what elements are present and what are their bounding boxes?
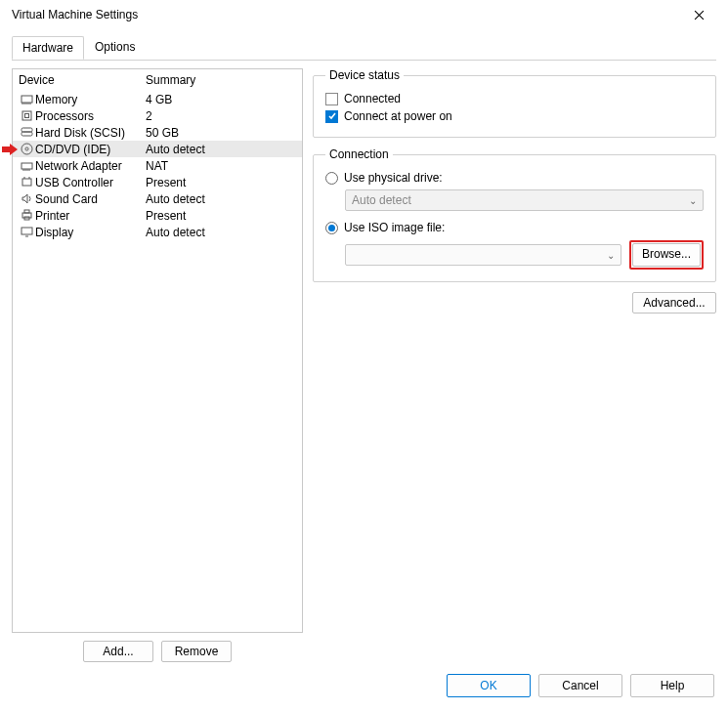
close-icon — [694, 10, 705, 21]
device-row-printer[interactable]: PrinterPresent — [13, 207, 302, 224]
usb-icon — [19, 175, 35, 189]
svg-rect-12 — [21, 228, 32, 234]
device-summary: 50 GB — [146, 126, 296, 140]
net-icon — [19, 158, 35, 173]
radio-icon — [325, 172, 338, 185]
device-row-net[interactable]: Network AdapterNAT — [13, 157, 302, 174]
window-title: Virtual Machine Settings — [8, 8, 677, 21]
physical-drive-value: Auto detect — [352, 193, 411, 207]
disc-icon — [19, 142, 35, 156]
dialog-footer: OK Cancel Help — [0, 666, 728, 705]
advanced-button[interactable]: Advanced... — [632, 292, 716, 314]
device-name: Sound Card — [35, 192, 146, 206]
device-list-header: Device Summary — [13, 69, 302, 91]
connect-at-power-on-checkbox-row[interactable]: Connect at power on — [325, 107, 704, 125]
help-button[interactable]: Help — [630, 674, 714, 697]
device-list[interactable]: Device Summary Memory4 GBProcessors2Hard… — [12, 68, 303, 633]
connection-legend: Connection — [325, 147, 393, 161]
device-row-disc[interactable]: CD/DVD (IDE)Auto detect — [13, 141, 302, 157]
device-summary: Auto detect — [146, 192, 296, 206]
connected-label: Connected — [344, 92, 401, 105]
cancel-button[interactable]: Cancel — [538, 674, 622, 697]
chevron-down-icon: ⌄ — [689, 195, 697, 206]
add-button[interactable]: Add... — [83, 641, 153, 662]
device-name: Processors — [35, 109, 146, 123]
memory-icon — [19, 92, 35, 106]
checkbox-icon — [325, 93, 338, 105]
iso-file-select[interactable]: ⌄ — [345, 244, 621, 266]
connection-group: Connection Use physical drive: Auto dete… — [313, 147, 716, 282]
use-physical-drive-label: Use physical drive: — [344, 171, 443, 185]
connect-at-power-on-label: Connect at power on — [344, 109, 452, 123]
column-header-device: Device — [19, 73, 146, 87]
svg-rect-10 — [24, 210, 29, 213]
svg-rect-1 — [22, 111, 31, 120]
checkbox-checked-icon — [325, 110, 338, 123]
device-status-legend: Device status — [325, 68, 404, 82]
use-iso-label: Use ISO image file: — [344, 221, 445, 234]
remove-button[interactable]: Remove — [161, 641, 232, 662]
printer-icon — [19, 208, 35, 223]
device-row-cpu[interactable]: Processors2 — [13, 107, 302, 124]
device-status-group: Device status Connected Connect at power… — [313, 68, 716, 138]
cpu-icon — [19, 108, 35, 123]
svg-rect-4 — [21, 132, 32, 136]
device-row-sound[interactable]: Sound CardAuto detect — [13, 190, 302, 207]
tab-hardware[interactable]: Hardware — [12, 36, 84, 60]
svg-rect-2 — [25, 114, 29, 118]
tab-strip: Hardware Options — [0, 29, 728, 60]
svg-point-5 — [21, 144, 32, 154]
device-summary: 2 — [146, 109, 296, 123]
display-icon — [19, 225, 35, 239]
use-iso-radio[interactable]: Use ISO image file: — [325, 219, 704, 236]
close-button[interactable] — [677, 1, 720, 28]
device-name: Hard Disk (SCSI) — [35, 126, 146, 140]
device-name: Network Adapter — [35, 159, 146, 173]
device-summary: NAT — [146, 159, 296, 173]
ok-button[interactable]: OK — [447, 674, 531, 697]
device-summary: Auto detect — [146, 143, 296, 156]
device-summary: 4 GB — [146, 93, 296, 106]
device-summary: Auto detect — [146, 226, 296, 239]
browse-highlight: Browse... — [629, 240, 704, 270]
device-row-hdd[interactable]: Hard Disk (SCSI)50 GB — [13, 124, 302, 141]
hdd-icon — [19, 125, 35, 140]
chevron-down-icon: ⌄ — [607, 250, 615, 261]
device-name: CD/DVD (IDE) — [35, 143, 146, 156]
radio-selected-icon — [325, 222, 338, 234]
tab-options[interactable]: Options — [84, 35, 146, 59]
svg-rect-3 — [21, 128, 32, 132]
use-physical-drive-radio[interactable]: Use physical drive: — [325, 169, 704, 187]
device-summary: Present — [146, 209, 296, 223]
device-row-memory[interactable]: Memory4 GB — [13, 91, 302, 107]
column-header-summary: Summary — [146, 73, 296, 87]
title-bar: Virtual Machine Settings — [0, 0, 728, 29]
annotation-arrow-icon — [2, 144, 18, 155]
svg-point-6 — [25, 147, 28, 150]
svg-rect-0 — [21, 96, 32, 103]
browse-button[interactable]: Browse... — [632, 243, 701, 267]
device-row-usb[interactable]: USB ControllerPresent — [13, 174, 302, 190]
device-row-display[interactable]: DisplayAuto detect — [13, 224, 302, 240]
svg-rect-8 — [22, 179, 31, 186]
device-name: Memory — [35, 93, 146, 106]
physical-drive-select: Auto detect ⌄ — [345, 189, 704, 211]
device-summary: Present — [146, 176, 296, 189]
device-name: Display — [35, 226, 146, 239]
sound-icon — [19, 191, 35, 206]
connected-checkbox-row[interactable]: Connected — [325, 90, 704, 107]
device-name: Printer — [35, 209, 146, 223]
device-name: USB Controller — [35, 176, 146, 189]
svg-rect-7 — [21, 163, 32, 169]
